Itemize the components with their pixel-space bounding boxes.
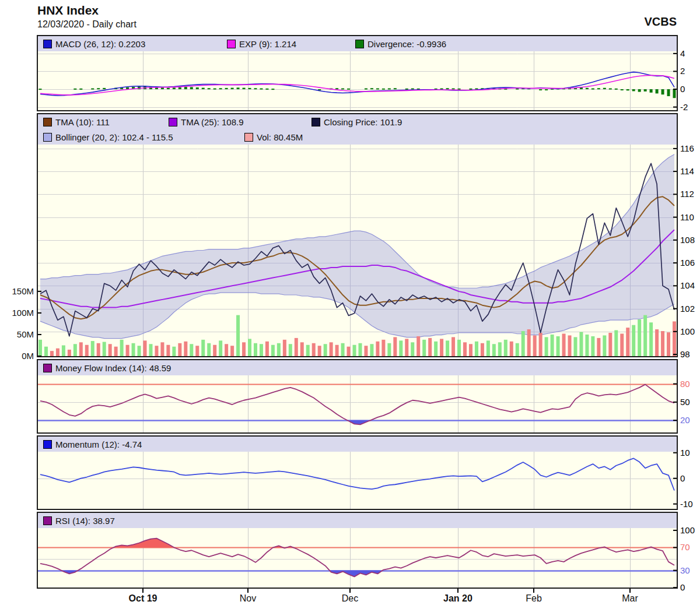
mfi-legend-item: Money Flow Index (14): 48.59 — [43, 363, 171, 373]
x-tick-mark — [629, 589, 631, 593]
mfi-plot-canvas — [38, 375, 677, 432]
mfi-panel: Money Flow Index (14): 48.59 — [37, 359, 678, 434]
y-tick-label: 50 — [680, 397, 690, 407]
x-tick-mark — [247, 589, 249, 593]
y-tick-label: 0 — [680, 84, 685, 94]
exp-legend-item: EXP (9): 1.214 — [227, 39, 355, 49]
x-month-label: Feb — [508, 593, 560, 604]
y-tick-label: 98 — [680, 349, 690, 360]
x-month-label: Mar — [604, 593, 656, 604]
y-tick-label: 2 — [680, 66, 685, 76]
momentum-legend: Momentum (12): -4.74 — [38, 437, 677, 452]
x-tick-mark — [457, 589, 459, 593]
mfi-legend: Money Flow Index (14): 48.59 — [38, 360, 677, 375]
tma25-legend-label: TMA (25): 108.9 — [181, 117, 244, 127]
x-month-label: Dec — [324, 593, 376, 604]
rsi-legend-label: RSI (14): 38.97 — [55, 516, 115, 526]
chart-date-subtitle: 12/03/2020 - Daily chart — [37, 19, 136, 30]
volume-swatch-icon — [244, 133, 253, 142]
y-tick-label: 0 — [680, 582, 685, 593]
divergence-legend-label: Divergence: -0.9936 — [368, 39, 446, 49]
closing-price-swatch-icon — [312, 118, 320, 126]
y-tick-label: 0 — [680, 473, 685, 484]
price-legend-row1: TMA (10): 111 TMA (25): 108.9 Closing Pr… — [38, 114, 677, 129]
tma25-legend-item: TMA (25): 108.9 — [169, 117, 312, 127]
y-tick-label: 20 — [680, 415, 690, 425]
price-panel: TMA (10): 111 TMA (25): 108.9 Closing Pr… — [37, 113, 678, 357]
tma10-swatch-icon — [43, 118, 52, 126]
y-tick-label: 70 — [680, 542, 690, 553]
macd-legend: MACD (26, 12): 0.2203 EXP (9): 1.214 Div… — [38, 36, 677, 51]
y-tick-label: -10 — [680, 499, 693, 509]
chart-page: HNX Index 12/03/2020 - Daily chart VCBS … — [0, 0, 700, 612]
y-tick-label: 116 — [680, 143, 694, 154]
macd-plot-canvas — [38, 51, 677, 110]
volume-tick-label: 100M — [0, 308, 34, 318]
momentum-plot-canvas — [38, 452, 677, 509]
rsi-legend: RSI (14): 38.97 — [38, 513, 677, 528]
y-tick-label: 100 — [680, 326, 695, 337]
x-month-label: Jan 20 — [432, 593, 484, 604]
macd-swatch-icon — [43, 40, 52, 48]
price-plot-canvas — [38, 145, 677, 356]
tma10-legend-label: TMA (10): 111 — [55, 117, 110, 127]
mfi-legend-label: Money Flow Index (14): 48.59 — [55, 363, 171, 373]
momentum-legend-label: Momentum (12): -4.74 — [55, 439, 142, 449]
y-tick-label: 106 — [680, 258, 695, 268]
exp-swatch-icon — [227, 40, 236, 48]
volume-tick-label: 50M — [0, 329, 34, 340]
volume-legend-label: Vol: 80.45M — [257, 132, 303, 142]
exp-legend-label: EXP (9): 1.214 — [239, 39, 296, 49]
x-month-label: Nov — [222, 593, 274, 604]
y-tick-label: 4 — [680, 48, 685, 59]
y-tick-label: 104 — [680, 280, 695, 291]
price-legend: TMA (10): 111 TMA (25): 108.9 Closing Pr… — [38, 114, 677, 145]
rsi-swatch-icon — [43, 516, 52, 525]
y-tick-label: 30 — [680, 565, 690, 576]
y-tick-label: 102 — [680, 304, 695, 314]
momentum-legend-item: Momentum (12): -4.74 — [43, 439, 142, 449]
volume-tick-label: 150M — [0, 286, 34, 297]
page-title: HNX Index — [37, 3, 99, 17]
x-tick-mark — [142, 589, 144, 593]
x-month-label: Oct 19 — [117, 593, 169, 604]
bollinger-legend-label: Bollinger (20, 2): 102.4 - 115.5 — [55, 132, 173, 142]
price-legend-row2: Bollinger (20, 2): 102.4 - 115.5 Vol: 80… — [38, 129, 677, 145]
rsi-panel: RSI (14): 38.97 — [37, 512, 678, 589]
macd-legend-label: MACD (26, 12): 0.2203 — [55, 39, 145, 49]
divergence-legend-item: Divergence: -0.9936 — [355, 39, 446, 49]
y-tick-label: 114 — [680, 166, 694, 177]
y-tick-label: 100 — [680, 525, 695, 536]
y-tick-label: 108 — [680, 235, 695, 245]
momentum-swatch-icon — [43, 440, 52, 449]
mfi-swatch-icon — [43, 364, 52, 372]
tma25-swatch-icon — [169, 118, 177, 126]
y-tick-label: -2 — [680, 102, 688, 112]
divergence-swatch-icon — [355, 40, 364, 48]
rsi-legend-item: RSI (14): 38.97 — [43, 516, 115, 526]
y-tick-label: 10 — [680, 448, 690, 458]
bollinger-legend-item: Bollinger (20, 2): 102.4 - 115.5 — [43, 132, 244, 142]
x-tick-mark — [349, 589, 351, 593]
rsi-plot-canvas — [38, 528, 677, 588]
brand-logo-text: VCBS — [644, 15, 677, 29]
volume-legend-item: Vol: 80.45M — [244, 132, 303, 142]
macd-panel: MACD (26, 12): 0.2203 EXP (9): 1.214 Div… — [37, 35, 678, 111]
closing-price-legend-label: Closing Price: 101.9 — [324, 117, 402, 127]
bollinger-swatch-icon — [43, 133, 52, 142]
tma10-legend-item: TMA (10): 111 — [43, 117, 169, 127]
x-tick-mark — [533, 589, 534, 593]
y-tick-label: 112 — [680, 189, 694, 199]
y-tick-label: 110 — [680, 212, 694, 223]
y-tick-label: 80 — [680, 379, 690, 389]
volume-tick-label: 0M — [0, 351, 34, 361]
closing-price-legend-item: Closing Price: 101.9 — [312, 117, 402, 127]
momentum-panel: Momentum (12): -4.74 — [37, 435, 678, 510]
macd-legend-item: MACD (26, 12): 0.2203 — [43, 39, 227, 49]
